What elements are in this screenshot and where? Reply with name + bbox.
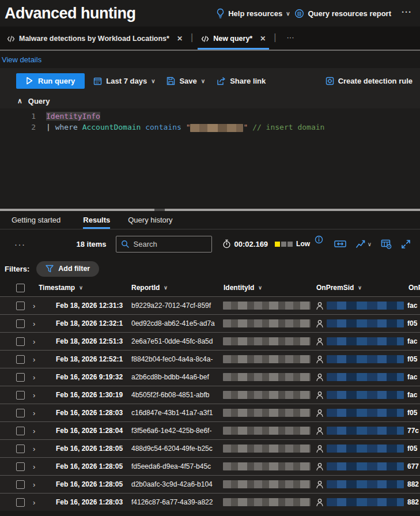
code-text: IdentityInfo — [46, 111, 100, 122]
trailing-cell: 882 — [407, 480, 419, 488]
column-header-onp[interactable]: OnP — [408, 284, 420, 292]
share-link-button[interactable]: Share link — [214, 77, 268, 85]
expand-icon[interactable] — [396, 237, 415, 251]
table-row[interactable]: ›Feb 16, 2026 9:19:32a2b6cd8b-bdbb-44a6-… — [0, 368, 420, 386]
table-row[interactable]: ›Feb 16, 2026 1:28:05fd5eeda6-d9ea-4f57-… — [0, 457, 420, 475]
row-expand-chevron[interactable]: › — [33, 337, 40, 346]
row-expand-chevron[interactable]: › — [33, 391, 40, 400]
trailing-cell: fac — [407, 302, 417, 310]
column-header-onpremsid[interactable]: OnPremSid∨ — [316, 284, 408, 292]
time-range-dropdown[interactable]: Last 7 days ∨ — [90, 77, 158, 85]
query-editor[interactable]: 1IdentityInfo2| where AccountDomain cont… — [0, 108, 420, 208]
scrollbar-thumb[interactable] — [0, 209, 154, 211]
tab-results[interactable]: Results — [83, 216, 110, 229]
row-expand-chevron[interactable]: › — [33, 302, 40, 310]
add-filter-button[interactable]: Add filter — [36, 261, 99, 277]
query-editor-lines: 1IdentityInfo2| where AccountDomain cont… — [0, 111, 420, 133]
export-button[interactable] — [330, 237, 351, 251]
report-icon — [294, 9, 304, 18]
onpremsid-redacted — [327, 391, 404, 399]
table-row[interactable]: ›Feb 18, 2026 12:51:32e6a7e51-0dde-45fc-… — [0, 332, 420, 350]
row-expand-chevron[interactable]: › — [33, 355, 40, 364]
info-icon[interactable] — [315, 235, 323, 244]
table-row[interactable]: ›Feb 16, 2026 1:30:194b505f2f-6b08-4851-… — [0, 386, 420, 404]
code-line[interactable]: 2| where AccountDomain contains "" // in… — [0, 122, 420, 133]
view-details-link[interactable]: View details — [2, 55, 41, 64]
trailing-cell: f05 — [407, 445, 417, 453]
row-checkbox[interactable] — [16, 480, 25, 489]
tab-new-query[interactable]: New query* ✕ — [198, 35, 269, 50]
row-expand-chevron[interactable]: › — [33, 445, 40, 453]
results-more-button[interactable]: ··· — [14, 239, 26, 249]
collapse-query-button[interactable]: ∧ — [17, 97, 22, 105]
table-row[interactable]: ›Feb 16, 2026 1:28:03f4126c87-6a77-4a39-… — [0, 493, 420, 511]
timestamp-cell: Feb 18, 2026 12:52:1 — [56, 355, 130, 363]
row-checkbox[interactable] — [16, 427, 25, 435]
result-tabs: Getting started Results Query history — [0, 212, 420, 229]
reportid-cell: 4b505f2f-6b08-4851-abfb — [131, 391, 221, 399]
row-expand-chevron[interactable]: › — [33, 498, 40, 507]
reportid-cell: f4126c87-6a77-4a39-a822 — [131, 498, 221, 506]
table-row[interactable]: ›Feb 18, 2026 12:32:10ed92cd8-ab62-41e5-… — [0, 314, 420, 332]
filter-funnel-icon — [46, 265, 54, 273]
tab-label: New query* — [213, 35, 252, 43]
table-row[interactable]: ›Feb 16, 2026 1:28:05d2b0aafc-3c9d-42a6-… — [0, 475, 420, 493]
chart-type-dropdown[interactable]: ∨ — [351, 237, 376, 251]
row-expand-chevron[interactable]: › — [33, 427, 40, 435]
query-resources-report-button[interactable]: Query resources report — [294, 9, 391, 18]
search-box[interactable] — [116, 236, 212, 253]
select-all-checkbox[interactable] — [16, 284, 25, 292]
column-header-timestamp[interactable]: Timestamp∨ — [39, 284, 131, 292]
row-expand-chevron[interactable]: › — [33, 462, 40, 471]
table-row[interactable]: ›Feb 16, 2026 1:28:05488d9c54-6204-49fe-… — [0, 439, 420, 457]
header-more-button[interactable]: ··· — [396, 7, 415, 20]
row-expand-chevron[interactable]: › — [33, 319, 40, 328]
search-input[interactable] — [134, 240, 197, 248]
usage-square-off — [281, 242, 286, 247]
column-header-reportid[interactable]: ReportId∨ — [131, 284, 224, 292]
customize-columns-button[interactable] — [376, 237, 396, 251]
row-checkbox[interactable] — [16, 337, 25, 346]
person-icon — [316, 319, 324, 328]
code-line[interactable]: 1IdentityInfo — [0, 111, 420, 122]
close-icon[interactable]: ✕ — [177, 35, 183, 43]
table-row[interactable]: ›Feb 18, 2026 12:31:3b9229a22-7012-47cf-… — [0, 296, 420, 314]
row-expand-chevron[interactable]: › — [33, 373, 40, 382]
trailing-cell: fac — [407, 373, 417, 381]
help-resources-button[interactable]: Help resources ∨ — [216, 8, 290, 19]
results-toolbar: ··· 18 items 00:02.169 Low — [0, 229, 420, 258]
row-checkbox[interactable] — [16, 355, 25, 364]
close-icon[interactable]: ✕ — [260, 35, 266, 43]
onpremsid-redacted — [327, 319, 404, 327]
query-resources-report-label: Query resources report — [308, 9, 391, 18]
calendar-icon — [93, 77, 102, 85]
row-checkbox[interactable] — [16, 445, 25, 453]
person-icon — [316, 409, 324, 417]
row-expand-chevron[interactable]: › — [33, 480, 40, 489]
person-icon — [316, 427, 324, 435]
horizontal-scrollbar[interactable] — [0, 208, 420, 212]
person-icon — [316, 480, 324, 489]
tab-query-history[interactable]: Query history — [128, 216, 172, 229]
table-row[interactable]: ›Feb 16, 2026 1:28:04f3f5e6a6-1e42-425b-… — [0, 421, 420, 439]
save-dropdown[interactable]: Save ∨ — [164, 77, 208, 85]
row-expand-chevron[interactable]: › — [33, 409, 40, 417]
row-checkbox[interactable] — [16, 498, 25, 507]
row-checkbox[interactable] — [16, 319, 25, 328]
row-checkbox[interactable] — [16, 462, 25, 471]
column-header-identityid[interactable]: IdentityId∨ — [224, 284, 316, 292]
tabs-more-button[interactable]: ··· — [281, 33, 297, 50]
row-checkbox[interactable] — [16, 302, 25, 310]
tab-getting-started[interactable]: Getting started — [12, 216, 60, 229]
run-query-button[interactable]: Run query — [16, 73, 85, 89]
tab-malware-detections[interactable]: Malware detections by Workload Locations… — [3, 35, 186, 50]
scrollbar-thumb[interactable] — [165, 209, 420, 211]
timestamp-cell: Feb 16, 2026 1:28:03 — [56, 498, 130, 506]
row-checkbox[interactable] — [16, 373, 25, 382]
table-row[interactable]: ›Feb 16, 2026 1:28:03c16d847e-43b1-41a7-… — [0, 404, 420, 421]
create-detection-rule-button[interactable]: Create detection rule — [323, 77, 415, 85]
row-checkbox[interactable] — [16, 391, 25, 400]
row-checkbox[interactable] — [16, 409, 25, 417]
table-row[interactable]: ›Feb 18, 2026 12:52:1f8842b04-fec0-4a4a-… — [0, 350, 420, 368]
chevron-down-icon: ∨ — [358, 285, 362, 291]
